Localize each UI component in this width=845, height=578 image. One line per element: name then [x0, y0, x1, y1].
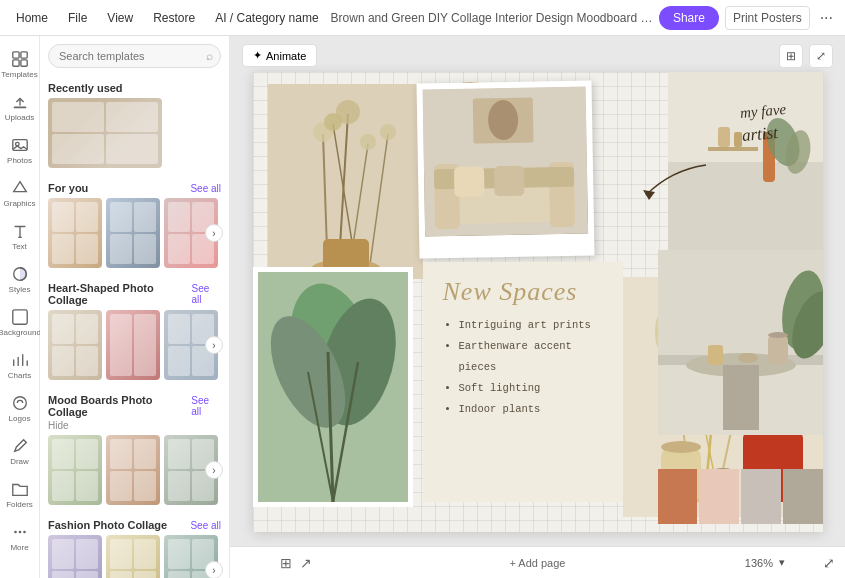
template-thumb[interactable]	[48, 435, 102, 505]
svg-rect-78	[708, 345, 723, 365]
template-thumb[interactable]	[106, 535, 160, 578]
sidebar-item-text[interactable]: Text	[2, 216, 38, 257]
bullet-item-4: Indoor plants	[459, 399, 609, 420]
template-thumb[interactable]	[106, 310, 160, 380]
upload-icon	[11, 93, 29, 111]
zoom-down-icon[interactable]: ▾	[779, 556, 785, 569]
polaroid-center-top	[416, 80, 594, 258]
bullet-item-3: Soft lighting	[459, 378, 609, 399]
template-thumb[interactable]	[48, 535, 102, 578]
svg-point-12	[18, 531, 21, 534]
photos-label: Photos	[7, 156, 32, 165]
handwriting-text: my fave artist	[739, 100, 789, 147]
animate-icon: ✦	[253, 49, 262, 62]
svg-point-13	[23, 531, 26, 534]
fashion-next-button[interactable]: ›	[205, 561, 223, 578]
plant-stems-svg	[268, 84, 423, 279]
mood-boards-see-all[interactable]: See all	[191, 395, 221, 417]
zoom-area: 136% ▾	[745, 556, 785, 569]
sidebar-item-templates[interactable]: Templates	[2, 44, 38, 85]
nav-ai[interactable]: AI / Category name	[207, 7, 326, 29]
svg-point-79	[738, 353, 758, 363]
bullet-item-1: Intriguing art prints	[459, 315, 609, 336]
share-view-icon[interactable]: ↗	[300, 555, 312, 571]
heart-shaped-next-button[interactable]: ›	[205, 336, 223, 354]
room-right-photo	[658, 250, 823, 435]
mood-boards-header: Mood Boards Photo Collage See all	[48, 388, 221, 422]
canvas-area: ✦ Animate ⊞ ⤢	[230, 36, 845, 578]
more-options-button[interactable]: ···	[816, 9, 837, 27]
nav-home[interactable]: Home	[8, 7, 56, 29]
svg-point-24	[380, 124, 396, 140]
for-you-next-button[interactable]: ›	[205, 224, 223, 242]
grid-view-icon[interactable]: ⊞	[280, 555, 292, 571]
uploads-label: Uploads	[5, 113, 34, 122]
svg-rect-4	[13, 107, 26, 109]
main-layout: Templates Uploads Photos Graphics Text S…	[0, 36, 845, 578]
swatch-1	[658, 469, 698, 524]
canvas-share-view-button[interactable]: ⤢	[809, 44, 833, 68]
sidebar-item-folders[interactable]: Folders	[2, 474, 38, 515]
svg-rect-34	[708, 147, 758, 151]
new-spaces-title: New Spaces	[443, 278, 609, 307]
share-button[interactable]: Share	[659, 6, 719, 30]
sidebar-item-draw[interactable]: Draw	[2, 431, 38, 472]
canvas-grid-button[interactable]: ⊞	[779, 44, 803, 68]
template-thumb[interactable]	[106, 198, 160, 268]
svg-point-65	[661, 441, 701, 453]
nav-file[interactable]: File	[60, 7, 95, 29]
template-thumb[interactable]	[48, 198, 102, 268]
left-sidebar: Templates Uploads Photos Graphics Text S…	[0, 36, 40, 578]
background-icon	[11, 308, 29, 326]
hide-label: Hide	[48, 420, 221, 431]
template-thumb[interactable]	[48, 310, 102, 380]
new-spaces-card: New Spaces Intriguing art prints Earthen…	[423, 262, 623, 502]
template-thumb[interactable]	[106, 435, 160, 505]
svg-marker-46	[643, 190, 655, 200]
svg-marker-7	[13, 182, 26, 192]
mood-boards-title: Mood Boards Photo Collage	[48, 394, 191, 418]
photos-icon	[11, 136, 29, 154]
heart-shaped-see-all[interactable]: See all	[191, 283, 221, 305]
print-button[interactable]: Print Posters	[725, 6, 810, 30]
sidebar-item-graphics[interactable]: Graphics	[2, 173, 38, 214]
text-label: Text	[12, 242, 27, 251]
logos-icon	[11, 394, 29, 412]
sidebar-item-more[interactable]: More	[2, 517, 38, 558]
animate-label: Animate	[266, 50, 306, 62]
text-icon	[11, 222, 29, 240]
top-right-actions: Share Print Posters ···	[659, 6, 837, 30]
handwriting-line1: my fave	[739, 100, 787, 123]
bullet-list: Intriguing art prints Earthenware accent…	[443, 315, 609, 420]
large-plant-photo-left	[253, 267, 413, 507]
fullscreen-button[interactable]: ⤢	[823, 555, 835, 571]
sidebar-item-background[interactable]: Background	[2, 302, 38, 343]
sidebar-item-uploads[interactable]: Uploads	[2, 87, 38, 128]
fashion-see-all[interactable]: See all	[190, 520, 221, 531]
animate-button[interactable]: ✦ Animate	[242, 44, 317, 67]
sidebar-item-logos[interactable]: Logos	[2, 388, 38, 429]
nav-restore[interactable]: Restore	[145, 7, 203, 29]
sidebar-item-styles[interactable]: Styles	[2, 259, 38, 300]
templates-icon	[11, 50, 29, 68]
svg-rect-9	[12, 310, 26, 324]
zoom-level: 136%	[745, 557, 773, 569]
sidebar-item-photos[interactable]: Photos	[2, 130, 38, 171]
search-bar: ⌕	[40, 36, 229, 76]
mood-boards-next-button[interactable]: ›	[205, 461, 223, 479]
sidebar-item-charts[interactable]: Charts	[2, 345, 38, 386]
search-input[interactable]	[48, 44, 221, 68]
templates-panel: ⌕ Recently used For you See all	[40, 36, 230, 578]
recently-used-grid	[48, 98, 221, 168]
for-you-see-all[interactable]: See all	[190, 183, 221, 194]
fashion-title: Fashion Photo Collage	[48, 519, 167, 531]
template-thumb[interactable]	[48, 98, 162, 168]
nav-view[interactable]: View	[99, 7, 141, 29]
recently-used-header: Recently used	[48, 76, 221, 98]
add-page-button[interactable]: + Add page	[510, 557, 566, 569]
swatch-2	[699, 469, 739, 524]
for-you-grid: ›	[48, 198, 221, 268]
panel-content: Recently used For you See all › Heart-Sh	[40, 76, 229, 578]
templates-label: Templates	[1, 70, 37, 79]
canvas[interactable]: my fave artist	[253, 72, 823, 532]
